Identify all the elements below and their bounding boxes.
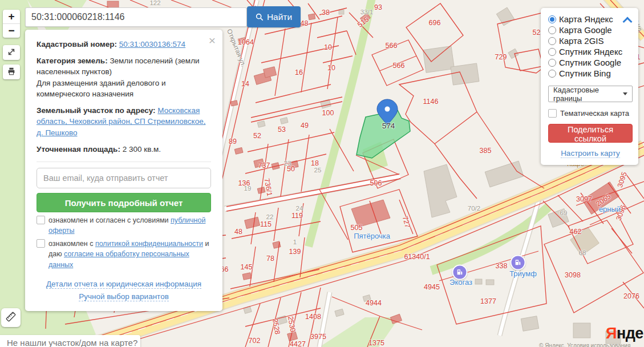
radio-selected-icon[interactable]	[548, 15, 556, 23]
map-label: 4427	[290, 341, 306, 347]
print-button[interactable]	[3, 64, 20, 79]
privacy-agree-row: ознакомлен с политикой конфиденциальност…	[37, 239, 211, 269]
map-label: 1377	[480, 298, 496, 305]
map-label: 566	[386, 42, 398, 50]
measure-button[interactable]	[1, 308, 21, 327]
map-label: 122	[149, 0, 160, 7]
personal-data-link[interactable]: согласие на обработку персональных данны…	[48, 250, 189, 268]
map-label: 24	[296, 205, 303, 212]
offer-checkbox[interactable]	[37, 216, 45, 224]
map-label: 139	[289, 248, 301, 256]
layer-option-label: Карта Яндекс	[559, 14, 613, 24]
privacy-checkbox[interactable]	[37, 239, 45, 248]
radio-icon[interactable]	[548, 59, 556, 67]
layer-option-label: Спутник Яндекс	[559, 47, 622, 57]
get-report-button[interactable]: Получить подробный отчет	[37, 193, 211, 212]
layer-option-0[interactable]: Карта Яндекс	[548, 14, 633, 25]
radio-icon[interactable]	[548, 48, 556, 56]
map-label: 1375	[368, 340, 384, 347]
map-label: 115	[260, 221, 272, 228]
printer-icon	[7, 67, 16, 76]
layer-option-5[interactable]: Спутник Bing	[548, 68, 633, 79]
cadastral-number-label: Кадастровый номер:	[37, 40, 117, 49]
map-label: 2076	[623, 293, 639, 300]
map-label: 52	[253, 132, 261, 140]
manual-choice-link[interactable]: Ручной выбор вариантов	[79, 292, 169, 301]
search-input[interactable]	[25, 7, 247, 27]
map-label: 4945	[424, 284, 440, 291]
map-copyright: © Яндекс, Условия использования	[539, 342, 644, 347]
map-label: 145	[241, 264, 253, 271]
map-label: 49	[301, 122, 309, 130]
map-label: Триумф	[509, 270, 537, 277]
map-label: 1	[293, 239, 297, 246]
yandex-logo[interactable]: Яндекс	[606, 325, 644, 342]
configure-map-row: Настроить карту	[548, 149, 633, 158]
yandex-logo-part1: Я	[606, 325, 617, 342]
map-label: 14	[241, 80, 249, 88]
address-row: Земельный участок по адресу: Московская …	[37, 105, 211, 139]
fullscreen-button[interactable]	[3, 45, 20, 60]
zoom-in-button[interactable]: +	[3, 10, 20, 23]
map-label: 505	[351, 224, 363, 232]
share-link-button[interactable]: Поделиться ссылкой	[548, 124, 633, 143]
close-icon[interactable]: ×	[209, 34, 216, 46]
fuel-station-icon[interactable]	[511, 255, 526, 271]
layer-option-label: Спутник Bing	[559, 68, 611, 78]
not-found-text: Не нашли участок/дом на карте?	[7, 338, 137, 347]
map-label: 100	[322, 110, 334, 117]
map-label: 574	[382, 122, 395, 130]
map-label: 23	[284, 160, 291, 167]
map-label: 1408	[305, 313, 321, 321]
base-layer-options: Карта ЯндексКарта GoogleКарта 2GISСпутни…	[548, 14, 633, 79]
fuel-station-icon[interactable]	[452, 265, 468, 280]
search-button[interactable]: Найти	[247, 6, 301, 27]
expand-icon	[7, 47, 16, 57]
map-label: ерный	[599, 205, 621, 213]
map-label: 68	[579, 250, 586, 257]
map-label: 70/2	[468, 205, 480, 212]
privacy-agree-text: ознакомлен с политикой конфиденциальност…	[48, 239, 211, 269]
map-label: 93	[374, 4, 382, 11]
map-label: 19	[244, 185, 252, 192]
map-label: 18	[311, 160, 319, 167]
email-input[interactable]	[37, 168, 211, 188]
radio-icon[interactable]	[548, 37, 556, 45]
layer-option-4[interactable]: Спутник Google	[548, 57, 633, 68]
map-label: 338	[496, 263, 508, 270]
panel-footer-links: Детали отчета и юридическая информация Р…	[37, 278, 211, 304]
layer-option-1[interactable]: Карта Google	[548, 25, 633, 35]
map-label: 10	[327, 64, 335, 72]
ruler-icon	[5, 310, 17, 323]
map-label: 10	[324, 44, 332, 51]
map-label: Пятёрочка	[354, 232, 390, 240]
search-button-label: Найти	[267, 12, 292, 22]
layer-option-label: Спутник Google	[559, 58, 621, 67]
not-found-bar[interactable]: Не нашли участок/дом на карте?	[0, 335, 140, 347]
privacy-policy-link[interactable]: политикой конфиденциальности	[95, 240, 203, 248]
address-label: Земельный участок по адресу:	[37, 106, 156, 115]
zoom-out-button[interactable]: −	[3, 24, 20, 38]
map-label: 33/1	[361, 9, 373, 16]
map-label: 566	[393, 62, 405, 70]
layer-option-3[interactable]: Спутник Яндекс	[548, 46, 633, 57]
map-label: 737	[258, 162, 270, 170]
map-label: 729	[495, 54, 507, 61]
configure-map-link[interactable]: Настроить карту	[561, 149, 620, 158]
radio-icon[interactable]	[548, 26, 556, 34]
map-label: 78	[266, 255, 274, 263]
map-label: 53	[278, 126, 286, 134]
map-label: 696	[429, 19, 441, 27]
offer-agree-prefix: ознакомлен и согласен с условиями	[48, 216, 171, 224]
thematic-map-checkbox[interactable]	[548, 109, 557, 118]
cadastral-number-link[interactable]: 50:31:0030136:574	[119, 40, 185, 49]
land-category-label: Категория земель:	[37, 57, 108, 65]
layer-option-2[interactable]: Карта 2GIS	[548, 35, 633, 46]
zoom-control: + −	[3, 10, 20, 38]
map-label: 3098	[565, 272, 581, 279]
overlay-select[interactable]: Кадастровые границы	[548, 86, 633, 102]
land-category-row: Категория земель: Земли поселений (земли…	[37, 55, 211, 100]
radio-icon[interactable]	[548, 70, 556, 78]
map-label: 61340/1	[404, 253, 430, 261]
report-details-link[interactable]: Детали отчета и юридическая информация	[46, 280, 201, 289]
